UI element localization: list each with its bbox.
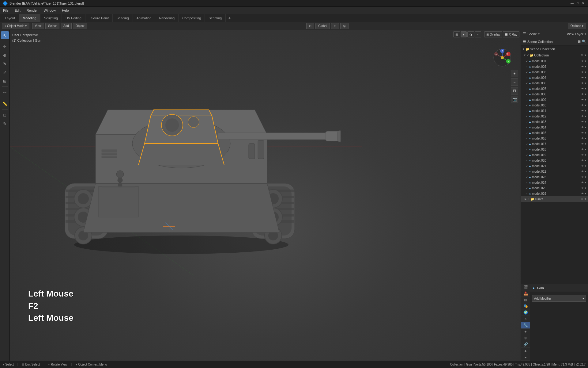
item-model-023[interactable]: ✓ ▲ model.023 👁 ▼ bbox=[521, 174, 588, 180]
item-tri[interactable]: ▼ bbox=[584, 187, 587, 190]
prop-tab-scene[interactable]: 🎭 bbox=[521, 303, 530, 309]
item-tri[interactable]: ▼ bbox=[584, 60, 587, 63]
view-layer-dropdown[interactable]: ▾ bbox=[585, 32, 586, 36]
item-eye[interactable]: 👁 bbox=[581, 65, 584, 68]
item-tri[interactable]: ▼ bbox=[584, 170, 587, 173]
annotate-tool[interactable]: ✏ bbox=[1, 88, 9, 96]
item-model-017[interactable]: ✓ ▲ model.017 👁 ▼ bbox=[521, 141, 588, 147]
view-menu[interactable]: View bbox=[32, 23, 44, 29]
item-eye[interactable]: 👁 bbox=[581, 60, 584, 63]
item-eye[interactable]: 👁 bbox=[581, 148, 584, 151]
scene-collection-row[interactable]: ▼ 📁 Scene Collection bbox=[521, 46, 588, 52]
item-eye[interactable]: 👁 bbox=[581, 137, 584, 140]
turret-eye-icon[interactable]: 👁 bbox=[581, 197, 583, 201]
measure-tool[interactable]: 📏 bbox=[1, 100, 9, 108]
item-tri[interactable]: ▼ bbox=[584, 137, 587, 140]
transform-orientation[interactable]: Global bbox=[315, 23, 330, 29]
item-model-009[interactable]: ✓ ▲ model.009 👁 ▼ bbox=[521, 97, 588, 102]
item-eye[interactable]: 👁 bbox=[581, 93, 584, 96]
item-model-003[interactable]: ✓ ▲ model.003 👁 ▼ bbox=[521, 69, 588, 75]
item-eye[interactable]: 👁 bbox=[581, 98, 584, 101]
minimize-button[interactable]: — bbox=[570, 1, 575, 6]
item-tri[interactable]: ▼ bbox=[584, 154, 587, 156]
item-tri[interactable]: ▼ bbox=[584, 126, 587, 129]
item-eye[interactable]: 👁 bbox=[581, 143, 584, 145]
tab-rendering[interactable]: Rendering bbox=[155, 14, 179, 22]
item-model-018[interactable]: ✓ ▲ model.018 👁 ▼ bbox=[521, 147, 588, 152]
item-eye[interactable]: 👁 bbox=[581, 126, 584, 129]
item-model-015[interactable]: ✓ ▲ model.015 👁 ▼ bbox=[521, 130, 588, 136]
item-eye[interactable]: 👁 bbox=[581, 154, 584, 156]
item-model-025[interactable]: ✓ ▲ model.025 👁 ▼ bbox=[521, 185, 588, 191]
item-tri[interactable]: ▼ bbox=[584, 115, 587, 118]
item-model-024[interactable]: ✓ ▲ model.024 👁 ▼ bbox=[521, 180, 588, 185]
item-tri[interactable]: ▼ bbox=[584, 71, 587, 74]
outliner-search-icon[interactable]: 🔍 bbox=[582, 40, 586, 44]
tab-layout[interactable]: Layout bbox=[1, 14, 19, 22]
cursor-tool[interactable]: ✛ bbox=[1, 43, 9, 51]
item-eye[interactable]: 👁 bbox=[581, 187, 584, 190]
snap-toggle[interactable]: ⊟ bbox=[331, 23, 339, 29]
viewport-shading-solid[interactable]: ● bbox=[461, 31, 467, 37]
tab-sculpting[interactable]: Sculpting bbox=[40, 14, 62, 22]
viewport-xray-toggle[interactable]: ☰ X-Ray bbox=[503, 31, 519, 37]
item-model-002[interactable]: ✓ ▲ model.002 👁 ▼ bbox=[521, 64, 588, 69]
item-tri[interactable]: ▼ bbox=[584, 143, 587, 145]
tab-animation[interactable]: Animation bbox=[133, 14, 156, 22]
item-eye[interactable]: 👁 bbox=[581, 82, 584, 85]
prop-tab-particles[interactable]: ✦ bbox=[521, 329, 530, 335]
item-tri[interactable]: ▼ bbox=[584, 181, 587, 184]
item-model-010[interactable]: ✓ ▲ model.010 👁 ▼ bbox=[521, 102, 588, 108]
add-modifier-button[interactable]: Add Modifier ▾ bbox=[532, 295, 586, 302]
maximize-button[interactable]: □ bbox=[575, 1, 580, 6]
prop-tab-object[interactable]: ○ bbox=[521, 316, 530, 322]
menu-render[interactable]: Render bbox=[24, 7, 41, 14]
tab-uv-editing[interactable]: UV Editing bbox=[62, 14, 85, 22]
close-button[interactable]: ✕ bbox=[581, 1, 586, 6]
menu-file[interactable]: File bbox=[0, 7, 12, 14]
tab-texture-paint[interactable]: Texture Paint bbox=[85, 14, 113, 22]
item-tri[interactable]: ▼ bbox=[584, 82, 587, 85]
add-menu[interactable]: Add bbox=[61, 23, 72, 29]
item-eye[interactable]: 👁 bbox=[581, 76, 584, 79]
edit-tool[interactable]: ✎ bbox=[1, 120, 9, 128]
viewport-shading-material[interactable]: ◑ bbox=[467, 31, 474, 37]
item-eye[interactable]: 👁 bbox=[581, 87, 584, 90]
item-tri[interactable]: ▼ bbox=[584, 159, 587, 162]
prop-tab-view-layer[interactable]: ⊞ bbox=[521, 297, 530, 303]
item-model-011[interactable]: ✓ ▲ model.011 👁 ▼ bbox=[521, 108, 588, 113]
item-eye[interactable]: 👁 bbox=[581, 176, 584, 178]
outliner-filter-icon[interactable]: ⊟ bbox=[578, 40, 581, 44]
menu-window[interactable]: Window bbox=[41, 7, 59, 14]
tab-scripting[interactable]: Scripting bbox=[205, 14, 226, 22]
item-eye[interactable]: 👁 bbox=[581, 159, 584, 162]
prop-tab-modifier[interactable]: 🔧 bbox=[521, 322, 530, 329]
prop-tab-material[interactable]: ● bbox=[521, 354, 530, 361]
tab-shading[interactable]: Shading bbox=[113, 14, 133, 22]
item-model-016[interactable]: ✓ ▲ model.016 👁 ▼ bbox=[521, 136, 588, 141]
move-tool[interactable]: ⊕ bbox=[1, 51, 9, 59]
prop-tab-render[interactable]: 🎬 bbox=[521, 284, 530, 290]
item-model-026[interactable]: ✓ ▲ model.026 👁 ▼ bbox=[521, 191, 588, 196]
item-tri[interactable]: ▼ bbox=[584, 121, 587, 123]
prop-tab-output[interactable]: 📤 bbox=[521, 290, 530, 297]
viewport-shading-rendered[interactable]: ○ bbox=[475, 31, 481, 37]
item-tri[interactable]: ▼ bbox=[584, 132, 587, 134]
item-tri[interactable]: ▼ bbox=[584, 65, 587, 68]
turret-tri-icon[interactable]: ▼ bbox=[584, 197, 587, 201]
prop-tab-object-data[interactable]: ▲ bbox=[521, 348, 530, 354]
prop-tab-physics[interactable]: ⚛ bbox=[521, 335, 530, 342]
item-model-014[interactable]: ✓ ▲ model.014 👁 ▼ bbox=[521, 125, 588, 130]
add-tool[interactable]: □ bbox=[1, 111, 9, 119]
scale-tool[interactable]: ⤢ bbox=[1, 68, 9, 76]
item-tri[interactable]: ▼ bbox=[584, 192, 587, 195]
navigation-gizmo[interactable]: X -X Y Z bbox=[493, 48, 511, 67]
item-model-019[interactable]: ✓ ▲ model.019 👁 ▼ bbox=[521, 152, 588, 158]
item-tri[interactable]: ▼ bbox=[584, 176, 587, 178]
item-tri[interactable]: ▼ bbox=[584, 104, 587, 107]
viewport[interactable]: User Perspective (1) Collection | Gun ⊟ … bbox=[10, 30, 521, 361]
proportional-edit[interactable]: ◎ bbox=[340, 23, 349, 29]
collection-restrict-icon[interactable]: ▼ bbox=[584, 54, 587, 57]
item-model-021[interactable]: ✓ ▲ model.021 👁 ▼ bbox=[521, 163, 588, 169]
rotate-tool[interactable]: ↻ bbox=[1, 60, 9, 68]
